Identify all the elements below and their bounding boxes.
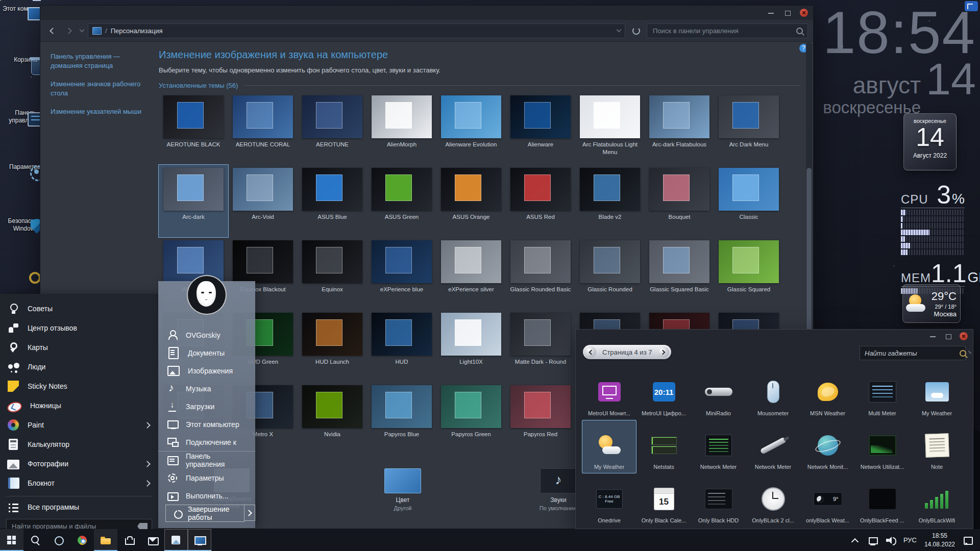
- expand-chevron-icon[interactable]: [145, 479, 151, 487]
- gadget-item[interactable]: C : 8.44 GB Free Onedrive: [582, 473, 636, 527]
- theme-item[interactable]: ASUS Red: [506, 165, 575, 237]
- theme-item[interactable]: AlienMorph: [367, 92, 436, 165]
- gadget-item[interactable]: 15 Only Black Cale...: [636, 473, 691, 527]
- theme-item[interactable]: Equinox: [298, 237, 367, 310]
- address-bar[interactable]: / Персонализация: [88, 23, 625, 38]
- start-menu-item[interactable]: Центр отзывов: [0, 318, 158, 338]
- start-menu-item[interactable]: Калькулятор: [0, 435, 158, 454]
- theme-item[interactable]: Nvidia: [298, 382, 367, 455]
- gadget-item[interactable]: My Weather: [582, 420, 636, 473]
- file-explorer-icon[interactable]: [94, 529, 117, 551]
- theme-item[interactable]: Alienware: [506, 92, 575, 165]
- tray-expand-icon[interactable]: [850, 535, 860, 545]
- gadget-item[interactable]: Network Meter: [691, 420, 746, 473]
- start-menu-item[interactable]: Люди: [0, 357, 158, 377]
- gadget-item[interactable]: 20:11 MetroUI Цифро...: [636, 366, 691, 420]
- start-menu-place-item[interactable]: Выполнить...: [158, 487, 255, 505]
- theme-item[interactable]: ASUS Blue: [298, 165, 367, 237]
- theme-item[interactable]: Arc Dark Menu: [714, 92, 783, 165]
- shutdown-options-button[interactable]: [244, 505, 255, 521]
- sidebar-link[interactable]: Изменение значков рабочего стола: [51, 80, 149, 97]
- browser-icon[interactable]: [70, 529, 94, 551]
- start-menu-place-item[interactable]: Параметры: [158, 469, 255, 487]
- language-indicator[interactable]: РУС: [903, 536, 917, 544]
- theme-item[interactable]: Glassic Rounded: [575, 237, 645, 310]
- sidebar-link[interactable]: Панель управления — домашняя страница: [51, 52, 149, 70]
- start-menu-item[interactable]: Ножницы: [0, 396, 158, 415]
- maximize-button[interactable]: [783, 9, 792, 17]
- store-icon[interactable]: [117, 529, 141, 551]
- prev-page-button[interactable]: [585, 346, 596, 358]
- tray-volume-icon[interactable]: [886, 535, 896, 545]
- cortana-button[interactable]: [47, 529, 70, 551]
- user-avatar[interactable]: [187, 275, 227, 315]
- search-icon[interactable]: [796, 28, 803, 34]
- gadget-item[interactable]: Note: [910, 420, 964, 473]
- theme-item[interactable]: HUD: [367, 310, 436, 382]
- gadgets-minimize-button[interactable]: [929, 332, 937, 340]
- start-menu-place-item[interactable]: Музыка: [158, 380, 255, 397]
- gadget-item[interactable]: Only Black HDD: [691, 473, 746, 527]
- gadget-item[interactable]: MSN Weather: [800, 366, 855, 420]
- theme-item[interactable]: ASUS Green: [367, 165, 436, 237]
- tray-network-icon[interactable]: [868, 535, 878, 545]
- theme-item[interactable]: Classic: [714, 165, 783, 237]
- gadget-item[interactable]: Network Meter: [746, 420, 800, 473]
- start-menu-item[interactable]: Paint: [0, 415, 158, 435]
- gadget-item[interactable]: Network Monit...: [800, 420, 855, 473]
- gadget-item[interactable]: Mousometer: [746, 366, 800, 420]
- start-menu-place-item[interactable]: Документы: [158, 344, 255, 362]
- start-menu-place-item[interactable]: Панель управления: [158, 451, 255, 469]
- theme-item[interactable]: Alienware Evolution: [436, 92, 506, 165]
- theme-item[interactable]: Papyros Green: [436, 382, 506, 455]
- start-menu-item[interactable]: Блокнот: [0, 473, 158, 493]
- theme-item[interactable]: ASUS Orange: [436, 165, 506, 237]
- recent-pages-chevron-icon[interactable]: [80, 28, 85, 33]
- theme-item[interactable]: Glassic Squared Basic: [645, 237, 714, 310]
- theme-item[interactable]: Arc-dark: [159, 165, 228, 237]
- gadget-item[interactable]: OnlyBLack 2 cl...: [746, 473, 800, 527]
- theme-item[interactable]: AEROTUNE CORAL: [228, 92, 298, 165]
- start-menu-place-item[interactable]: Изображения: [158, 362, 255, 380]
- theme-item[interactable]: Light10X: [436, 310, 506, 382]
- theme-item[interactable]: AEROTUNE BLACK: [159, 92, 228, 165]
- theme-item[interactable]: Glassic Squared: [714, 237, 783, 310]
- theme-item[interactable]: Arc Flatabulous Light Menu: [575, 92, 645, 165]
- gadget-item[interactable]: 9° onlyBlack Weat...: [800, 473, 855, 527]
- back-button[interactable]: [45, 24, 59, 37]
- start-menu-item[interactable]: Советы: [0, 299, 158, 318]
- theme-item[interactable]: Glassic Rounded Basic: [506, 237, 575, 310]
- sidebar-link[interactable]: Изменение указателей мыши: [51, 107, 149, 116]
- close-button[interactable]: [800, 9, 808, 17]
- theme-item[interactable]: Blade v2: [575, 165, 645, 237]
- theme-item[interactable]: eXPerience blue: [367, 237, 436, 310]
- start-menu-item[interactable]: Sticky Notes: [0, 377, 158, 396]
- theme-item[interactable]: Bouquet: [645, 165, 714, 237]
- gadget-item[interactable]: Netstats: [636, 420, 691, 473]
- start-menu-item[interactable]: Карты: [0, 338, 158, 357]
- theme-item[interactable]: eXPerience silver: [436, 237, 506, 310]
- action-center-icon[interactable]: [963, 535, 973, 545]
- search-options-chevron-icon[interactable]: [968, 350, 971, 354]
- start-menu-place-item[interactable]: Подключение к: [158, 433, 255, 451]
- search-icon[interactable]: [960, 350, 966, 357]
- theme-item[interactable]: Matte Dark - Round: [506, 310, 575, 382]
- expand-chevron-icon[interactable]: [145, 460, 151, 468]
- theme-item[interactable]: Arc-dark Flatabulous: [645, 92, 714, 165]
- start-menu-place-item[interactable]: OVGorskiy: [158, 326, 255, 344]
- gadget-item[interactable]: OnlyBlackFeed ...: [855, 473, 910, 527]
- desktop-corner-gadget-icon[interactable]: [965, 1, 978, 11]
- gadget-item[interactable]: My Weather: [910, 366, 964, 420]
- taskbar-clock[interactable]: 18:55 14.08.2022: [924, 532, 955, 548]
- gadgets-close-button[interactable]: [960, 332, 968, 340]
- gadget-item[interactable]: MetroUI Монит...: [582, 366, 636, 420]
- theme-item[interactable]: AEROTUNE: [298, 92, 367, 165]
- minimize-button[interactable]: [767, 9, 775, 17]
- gadget-item[interactable]: Multi Meter: [855, 366, 910, 420]
- start-menu-item[interactable]: Фотографии: [0, 454, 158, 473]
- refresh-button[interactable]: [629, 24, 643, 37]
- start-menu-place-item[interactable]: Этот компьютер: [158, 415, 255, 433]
- gadget-item[interactable]: Network Utilizat...: [855, 420, 910, 473]
- personalization-icon[interactable]: [188, 529, 211, 551]
- start-button[interactable]: [0, 529, 23, 551]
